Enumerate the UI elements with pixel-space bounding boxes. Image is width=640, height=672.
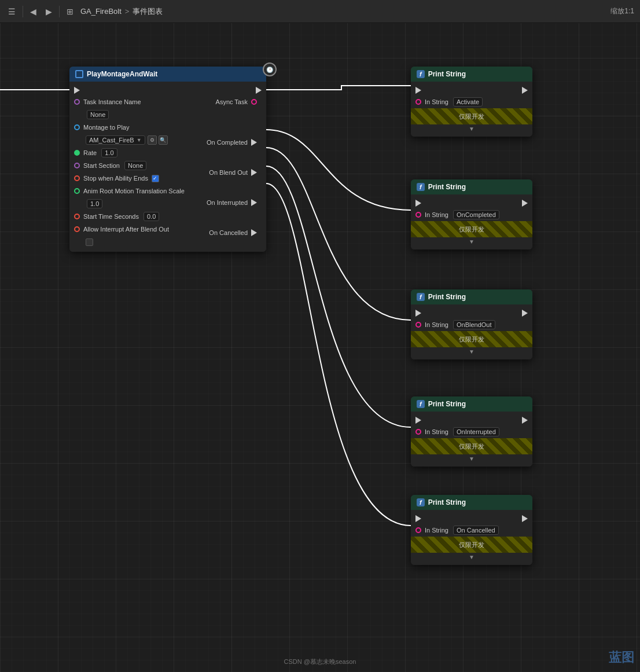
on-blend-out-label: On Blend Out (209, 169, 248, 176)
async-task-pin: Async Task (202, 96, 262, 108)
clock-badge: 🕐 (263, 63, 277, 76)
print-node-1-header: f Print String (411, 67, 532, 82)
zoom-label: 缩放1:1 (610, 6, 634, 16)
print-node-5-exec-row (411, 513, 532, 524)
output-pins: Async Task On Completed On Blend Out On … (202, 96, 262, 239)
print-node-3-string-pin: In String OnBlendOut (411, 318, 532, 331)
print-node-5-collapse[interactable]: ▼ (411, 553, 532, 561)
play-montage-title: PlayMontageAndWait (87, 70, 157, 78)
async-task-label: Async Task (216, 98, 248, 105)
start-time-circle (74, 214, 80, 219)
print-node-1-string-value[interactable]: Activate (453, 97, 483, 107)
breadcrumb-child[interactable]: 事件图表 (133, 6, 163, 17)
exec-out-arrow (256, 87, 262, 94)
node-header-icon (75, 70, 83, 78)
print-node-1[interactable]: f Print String In String Activate 仅限开发 ▼ (411, 67, 532, 137)
print-node-2-string-value[interactable]: OnCompleted (453, 210, 499, 219)
print-node-3-func-icon: f (417, 293, 425, 301)
print-node-4-func-icon: f (417, 400, 425, 408)
breadcrumb-separator: > (125, 7, 130, 16)
montage-dropdown-value: AM_Cast_FireB (89, 137, 134, 144)
print-node-4-string-label: In String (425, 428, 448, 435)
rate-label: Rate (83, 149, 97, 156)
print-node-4-string-value[interactable]: OnInterrupted (453, 427, 499, 436)
print-node-3-string-value[interactable]: OnBlendOut (453, 320, 495, 329)
print-node-2[interactable]: f Print String In String OnCompleted 仅限开… (411, 179, 532, 249)
print-node-5-body: In String On Cancelled 仅限开发 ▼ (411, 510, 532, 565)
forward-icon[interactable]: ▶ (43, 6, 54, 17)
print-node-2-string-circle (415, 212, 421, 218)
exec-in-arrow (74, 87, 80, 94)
print-node-5-title: Print String (428, 498, 466, 506)
allow-interrupt-circle (74, 226, 80, 232)
print-node-1-stripe: 仅限开发 (411, 108, 532, 124)
print-node-4-exec-in (415, 417, 421, 424)
back-icon[interactable]: ◀ (28, 6, 39, 17)
print-node-3-stripe: 仅限开发 (411, 331, 532, 347)
print-node-1-body: In String Activate 仅限开发 ▼ (411, 82, 532, 137)
print-node-2-func-icon: f (417, 183, 425, 191)
print-node-1-exec-in (415, 87, 421, 94)
start-section-value[interactable]: None (124, 161, 146, 170)
print-node-5-string-value[interactable]: On Cancelled (453, 526, 499, 535)
print-node-4-collapse[interactable]: ▼ (411, 454, 532, 463)
print-node-1-collapse[interactable]: ▼ (411, 124, 532, 133)
print-node-1-func-icon: f (417, 70, 425, 78)
on-interrupted-label: On Interrupted (207, 199, 248, 206)
print-node-2-dev-label: 仅限开发 (459, 225, 484, 234)
print-node-2-collapse[interactable]: ▼ (411, 237, 532, 246)
anim-root-value[interactable]: 1.0 (87, 199, 102, 208)
watermark: 蓝图 (609, 649, 634, 666)
task-instance-value[interactable]: None (87, 110, 109, 119)
play-montage-node[interactable]: PlayMontageAndWait Task Instance Name No… (69, 67, 266, 252)
print-node-2-header: f Print String (411, 179, 532, 194)
print-node-2-title: Print String (428, 183, 466, 191)
breadcrumb: GA_FireBolt > 事件图表 (80, 6, 163, 17)
montage-dropdown[interactable]: AM_Cast_FireB ▼ (86, 135, 145, 145)
print-node-3-string-circle (415, 322, 421, 328)
print-node-1-string-pin: In String Activate (411, 96, 532, 108)
rate-value[interactable]: 1.0 (101, 148, 117, 157)
print-node-2-stripe: 仅限开发 (411, 221, 532, 237)
task-instance-label: Task Instance Name (83, 98, 141, 105)
print-node-1-exec-out (522, 87, 528, 94)
print-node-5-exec-in (415, 515, 421, 522)
print-node-5-string-pin: In String On Cancelled (411, 524, 532, 537)
exec-in-pin (74, 87, 80, 94)
print-node-3[interactable]: f Print String In String OnBlendOut 仅限开发… (411, 289, 532, 359)
print-node-3-exec-out (522, 310, 528, 317)
print-node-1-string-label: In String (425, 98, 448, 105)
montage-label: Montage to Play (83, 124, 130, 131)
print-node-5[interactable]: f Print String In String On Cancelled 仅限… (411, 495, 532, 565)
start-time-value[interactable]: 0.0 (144, 212, 159, 221)
print-node-4-exec-row (411, 415, 532, 425)
stop-ability-checkbox[interactable]: ✓ (152, 175, 159, 182)
print-node-4-string-pin: In String OnInterrupted (411, 425, 532, 438)
on-blend-out-pin: On Blend Out (202, 166, 262, 179)
breadcrumb-root[interactable]: GA_FireBolt (80, 7, 122, 16)
print-node-5-string-circle (415, 527, 421, 533)
montage-search-btn2[interactable]: 🔍 (159, 135, 168, 145)
print-node-4[interactable]: f Print String In String OnInterrupted 仅… (411, 396, 532, 467)
on-completed-pin: On Completed (202, 136, 262, 149)
montage-circle (74, 124, 80, 130)
task-instance-circle (74, 99, 80, 105)
print-node-1-title: Print String (428, 70, 466, 78)
rate-circle (74, 150, 80, 156)
play-montage-header: PlayMontageAndWait (69, 67, 266, 82)
allow-interrupt-checkbox[interactable] (86, 238, 93, 246)
menu-icon[interactable]: ☰ (6, 6, 18, 17)
print-node-2-body: In String OnCompleted 仅限开发 ▼ (411, 194, 532, 249)
montage-search-btn[interactable]: ⚙ (148, 135, 157, 145)
print-node-3-exec-in (415, 310, 421, 317)
grid-icon[interactable]: ⊞ (64, 6, 76, 17)
on-completed-label: On Completed (207, 139, 248, 146)
print-node-5-dev-label: 仅限开发 (459, 541, 484, 549)
toolbar: ☰ ◀ ▶ ⊞ GA_FireBolt > 事件图表 缩放1:1 (0, 0, 640, 23)
print-node-3-collapse[interactable]: ▼ (411, 347, 532, 356)
play-montage-body: Task Instance Name None Montage to Play … (69, 82, 266, 252)
print-node-2-exec-row (411, 198, 532, 208)
montage-dropdown-arrow: ▼ (137, 137, 142, 143)
print-node-3-dev-label: 仅限开发 (459, 335, 484, 344)
print-node-3-string-label: In String (425, 321, 448, 328)
